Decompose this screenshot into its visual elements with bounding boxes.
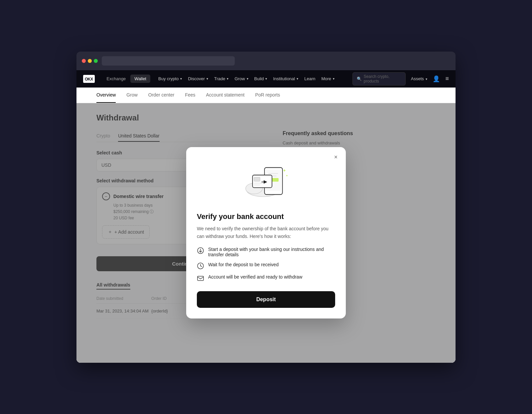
search-bar[interactable]: 🔍 Search crypto, products — [352, 72, 406, 86]
envelope-icon — [197, 275, 204, 282]
chevron-down-icon: ▾ — [426, 77, 427, 81]
step-2-text: Wait for the deposit to be received — [208, 262, 279, 267]
main-content: Withdrawal Crypto United States Dollar S… — [76, 103, 456, 363]
deposit-button[interactable]: Deposit — [197, 291, 335, 308]
nav-items: Buy crypto ▾ Discover ▾ Trade ▾ Grow ▾ B… — [158, 76, 344, 81]
navbar: OKX Exchange Wallet Buy crypto ▾ Discove… — [76, 70, 456, 88]
bank-svg: ✦ ✦ — [236, 158, 296, 204]
chevron-down-icon: ▾ — [297, 77, 298, 81]
modal-overlay: × — [76, 103, 456, 363]
chevron-down-icon: ▾ — [206, 77, 208, 81]
sub-nav-por-reports[interactable]: PoR reports — [255, 88, 280, 103]
profile-icon[interactable]: 👤 — [433, 75, 440, 83]
modal-close-button[interactable]: × — [331, 152, 340, 162]
sub-nav: Overview Grow Order center Fees Account … — [76, 88, 456, 103]
sub-nav-grow[interactable]: Grow — [126, 88, 137, 103]
modal-step-2: Wait for the deposit to be received — [197, 262, 335, 270]
search-icon: 🔍 — [357, 77, 362, 81]
minimize-dot[interactable] — [88, 59, 92, 63]
nav-trade[interactable]: Trade ▾ — [214, 76, 228, 81]
search-placeholder: Search crypto, products — [364, 74, 401, 84]
svg-text:✦: ✦ — [286, 174, 288, 177]
verify-bank-modal: × — [186, 147, 346, 318]
logo[interactable]: OKX — [83, 75, 95, 83]
clock-icon — [197, 262, 204, 270]
sub-nav-fees[interactable]: Fees — [185, 88, 195, 103]
app-container: OKX Exchange Wallet Buy crypto ▾ Discove… — [76, 70, 456, 363]
sub-nav-order-center[interactable]: Order center — [148, 88, 175, 103]
chevron-down-icon: ▾ — [333, 77, 334, 81]
svg-rect-9 — [254, 177, 260, 181]
maximize-dot[interactable] — [94, 59, 98, 63]
url-bar[interactable] — [102, 56, 235, 66]
window-controls — [82, 59, 98, 63]
chevron-down-icon: ▾ — [265, 77, 267, 81]
step-3-text: Account will be verified and ready to wi… — [208, 274, 302, 280]
svg-rect-16 — [198, 276, 203, 281]
sub-nav-account-statement[interactable]: Account statement — [206, 88, 245, 103]
tab-exchange[interactable]: Exchange — [103, 75, 130, 83]
assets-button[interactable]: Assets ▾ — [411, 76, 428, 81]
nav-right: 🔍 Search crypto, products Assets ▾ 👤 ≡ — [352, 72, 449, 86]
logo-text: OKX — [85, 77, 93, 82]
nav-buy-crypto[interactable]: Buy crypto ▾ — [158, 76, 182, 81]
nav-grow[interactable]: Grow ▾ — [234, 76, 248, 81]
bank-illustration: ✦ ✦ — [197, 158, 335, 204]
modal-step-3: Account will be verified and ready to wi… — [197, 274, 335, 282]
step-1-text: Start a deposit with your bank using our… — [208, 247, 335, 257]
deposit-icon — [197, 247, 204, 254]
browser-window: OKX Exchange Wallet Buy crypto ▾ Discove… — [76, 52, 456, 363]
nav-discover[interactable]: Discover ▾ — [188, 76, 208, 81]
menu-icon[interactable]: ≡ — [445, 75, 449, 82]
nav-learn[interactable]: Learn — [304, 76, 315, 81]
modal-step-1: Start a deposit with your bank using our… — [197, 247, 335, 257]
svg-text:✦: ✦ — [283, 168, 286, 173]
modal-description: We need to verify the ownership of the b… — [197, 225, 335, 240]
sub-nav-overview[interactable]: Overview — [96, 88, 116, 103]
chevron-down-icon: ▾ — [247, 77, 248, 81]
chevron-down-icon: ▾ — [180, 77, 182, 81]
nav-more[interactable]: More ▾ — [321, 76, 334, 81]
nav-institutional[interactable]: Institutional ▾ — [273, 76, 298, 81]
modal-steps: Start a deposit with your bank using our… — [197, 247, 335, 282]
modal-title: Verify your bank account — [197, 212, 335, 221]
tab-wallet[interactable]: Wallet — [130, 75, 150, 83]
nav-tabs: Exchange Wallet — [103, 75, 150, 83]
browser-chrome — [76, 52, 456, 70]
nav-build[interactable]: Build ▾ — [254, 76, 267, 81]
chevron-down-icon: ▾ — [227, 77, 228, 81]
close-dot[interactable] — [82, 59, 86, 63]
